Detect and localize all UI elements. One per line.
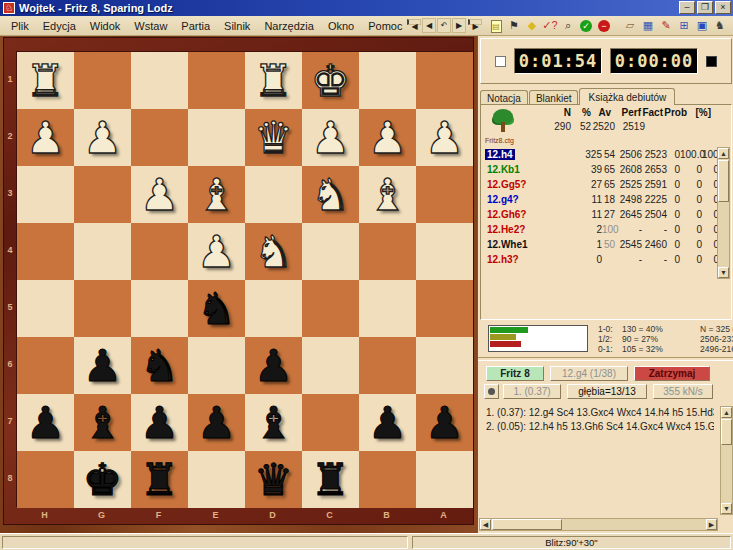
square-h7[interactable]: ♟ — [17, 394, 74, 451]
white-r-piece[interactable]: ♜ — [245, 52, 302, 109]
engine-hscrollbar[interactable]: ◀ ▶ — [479, 518, 718, 531]
white-n-piece[interactable]: ♞ — [245, 223, 302, 280]
engine-stop-icon[interactable]: − — [596, 18, 612, 33]
square-a5[interactable] — [416, 280, 473, 337]
square-a8[interactable] — [416, 451, 473, 508]
chess-board[interactable]: ♜♜♚♟♟♛♟♟♟♟♝♞♝♟♞♞♟♞♟♟♝♟♟♝♟♟♚♜♛♜ — [16, 51, 472, 507]
media-icon[interactable]: ▦ — [640, 18, 656, 33]
white-q-piece[interactable]: ♛ — [245, 109, 302, 166]
book-move-row[interactable]: 12.Gh6?112726452504000 — [485, 207, 721, 222]
square-g6[interactable]: ♟ — [74, 337, 131, 394]
square-e1[interactable] — [188, 52, 245, 109]
square-h1[interactable]: ♜ — [17, 52, 74, 109]
square-h3[interactable] — [17, 166, 74, 223]
square-c1[interactable]: ♚ — [302, 52, 359, 109]
square-b1[interactable] — [359, 52, 416, 109]
menu-okno[interactable]: Okno — [321, 18, 361, 34]
square-e6[interactable] — [188, 337, 245, 394]
square-h6[interactable] — [17, 337, 74, 394]
black-k-piece[interactable]: ♚ — [74, 451, 131, 508]
black-p-piece[interactable]: ♟ — [359, 394, 416, 451]
first-move-button[interactable]: ◀ — [407, 19, 421, 25]
menu-silnik[interactable]: Silnik — [217, 18, 257, 34]
square-g7[interactable]: ♝ — [74, 394, 131, 451]
square-a1[interactable] — [416, 52, 473, 109]
square-e8[interactable] — [188, 451, 245, 508]
black-b-piece[interactable]: ♝ — [74, 394, 131, 451]
black-p-piece[interactable]: ♟ — [245, 337, 302, 394]
square-g2[interactable]: ♟ — [74, 109, 131, 166]
square-h5[interactable] — [17, 280, 74, 337]
white-k-piece[interactable]: ♚ — [302, 52, 359, 109]
menu-wstaw[interactable]: Wstaw — [127, 18, 174, 34]
scroll-left-icon[interactable]: ◀ — [480, 519, 491, 530]
square-h4[interactable] — [17, 223, 74, 280]
forward-button[interactable]: ▶ — [452, 18, 466, 33]
square-b6[interactable] — [359, 337, 416, 394]
black-n-piece[interactable]: ♞ — [188, 280, 245, 337]
white-b-piece[interactable]: ♝ — [188, 166, 245, 223]
back-button[interactable]: ◀ — [422, 18, 436, 33]
square-f3[interactable]: ♟ — [131, 166, 188, 223]
square-c7[interactable] — [302, 394, 359, 451]
square-e7[interactable]: ♟ — [188, 394, 245, 451]
menu-partia[interactable]: Partia — [174, 18, 217, 34]
tab-ksiazka-debiutow[interactable]: Książka debiutów — [579, 88, 675, 105]
engine-led-button[interactable] — [484, 384, 499, 399]
black-r-piece[interactable]: ♜ — [131, 451, 188, 508]
square-b2[interactable]: ♟ — [359, 109, 416, 166]
square-b7[interactable]: ♟ — [359, 394, 416, 451]
square-h2[interactable]: ♟ — [17, 109, 74, 166]
square-f4[interactable] — [131, 223, 188, 280]
menu-pomoc[interactable]: Pomoc — [361, 18, 409, 34]
book-move-row[interactable]: 12.Gg5?276525252591000 — [485, 177, 721, 192]
square-d6[interactable]: ♟ — [245, 337, 302, 394]
takeback-button[interactable]: ↶ — [437, 18, 451, 33]
book-move-row[interactable]: 12.Whe115025452460000 — [485, 237, 721, 252]
scroll-down-icon[interactable]: ▼ — [721, 503, 732, 514]
eraser-icon[interactable]: ▱ — [622, 18, 638, 33]
book-move-row[interactable]: 12.Kb1396526082653000 — [485, 162, 721, 177]
square-b3[interactable]: ♝ — [359, 166, 416, 223]
book-move-row[interactable]: 12.h3?0--000 — [485, 252, 721, 267]
menu-narzędzia[interactable]: Narzędzia — [257, 18, 321, 34]
monitor-icon[interactable]: ▣ — [694, 18, 710, 33]
square-a6[interactable] — [416, 337, 473, 394]
menu-plik[interactable]: Plik — [4, 18, 36, 34]
square-d7[interactable]: ♝ — [245, 394, 302, 451]
restore-button[interactable]: ❐ — [697, 1, 713, 14]
square-c5[interactable] — [302, 280, 359, 337]
black-p-piece[interactable]: ♟ — [131, 394, 188, 451]
square-d2[interactable]: ♛ — [245, 109, 302, 166]
scroll-up-icon[interactable]: ▲ — [718, 148, 729, 159]
book-move-row[interactable]: 12.h432554250625230100.0100.0 — [485, 147, 721, 162]
black-p-piece[interactable]: ♟ — [17, 394, 74, 451]
square-f2[interactable] — [131, 109, 188, 166]
white-b-piece[interactable]: ♝ — [359, 166, 416, 223]
black-q-piece[interactable]: ♛ — [245, 451, 302, 508]
square-g3[interactable] — [74, 166, 131, 223]
menu-widok[interactable]: Widok — [83, 18, 128, 34]
square-f7[interactable]: ♟ — [131, 394, 188, 451]
hint-icon[interactable]: ✓? — [542, 18, 558, 33]
square-e5[interactable]: ♞ — [188, 280, 245, 337]
engine-variation-line[interactable]: 1. (0.37): 12.g4 Sc4 13.Gxc4 Wxc4 14.h4 … — [486, 406, 714, 420]
analyze-board-icon[interactable]: ⌕ — [560, 18, 576, 33]
square-d3[interactable] — [245, 166, 302, 223]
square-g1[interactable] — [74, 52, 131, 109]
white-p-piece[interactable]: ♟ — [131, 166, 188, 223]
square-a7[interactable]: ♟ — [416, 394, 473, 451]
black-p-piece[interactable]: ♟ — [74, 337, 131, 394]
white-p-piece[interactable]: ♟ — [188, 223, 245, 280]
last-move-button[interactable]: ▶ — [468, 19, 482, 25]
scroll-thumb[interactable] — [718, 160, 729, 202]
square-b5[interactable] — [359, 280, 416, 337]
tab-notacja[interactable]: Notacja — [480, 90, 528, 105]
square-a4[interactable] — [416, 223, 473, 280]
book-move-row[interactable]: 12.g4?111824982225000 — [485, 192, 721, 207]
square-d5[interactable] — [245, 280, 302, 337]
engine-scrollbar[interactable]: ▲ ▼ — [720, 406, 733, 515]
square-c3[interactable]: ♞ — [302, 166, 359, 223]
white-p-piece[interactable]: ♟ — [17, 109, 74, 166]
diamond-icon[interactable]: ◆ — [524, 18, 540, 33]
